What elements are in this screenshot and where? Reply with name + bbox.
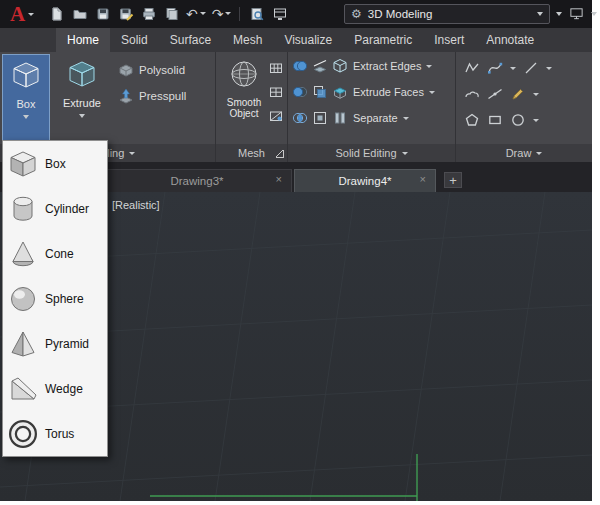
flyout-item-torus[interactable]: Torus bbox=[3, 411, 107, 456]
workspace-caret-icon[interactable] bbox=[537, 12, 543, 16]
extrude-faces-button[interactable]: Extrude Faces bbox=[332, 82, 435, 102]
mesh-panel-title[interactable]: Mesh bbox=[216, 144, 287, 162]
save-icon[interactable] bbox=[94, 5, 111, 22]
extract-edges-caret-icon[interactable] bbox=[426, 65, 432, 68]
draw-panel-title[interactable]: Draw bbox=[456, 144, 592, 162]
circle-icon[interactable] bbox=[510, 112, 526, 128]
extrude-button[interactable]: Extrude bbox=[58, 54, 106, 142]
separate-caret-icon[interactable] bbox=[403, 117, 409, 120]
solid-edit-tools-column bbox=[312, 58, 328, 126]
pencil-icon[interactable] bbox=[510, 86, 526, 102]
polyline-icon[interactable] bbox=[464, 60, 480, 76]
interfere-icon[interactable] bbox=[312, 84, 328, 100]
titlebar-right-controls bbox=[556, 6, 597, 21]
new-file-icon[interactable] bbox=[48, 5, 65, 22]
plot-icon[interactable] bbox=[140, 5, 157, 22]
presspull-button[interactable]: Presspull bbox=[118, 86, 186, 106]
publish-icon[interactable] bbox=[163, 5, 180, 22]
panel-expand-caret-icon bbox=[402, 152, 408, 155]
smooth-object-icon bbox=[229, 59, 259, 89]
torus-3d-icon bbox=[7, 418, 39, 450]
polysolid-label: Polysolid bbox=[139, 64, 185, 76]
smooth-object-label: Smooth Object bbox=[220, 97, 268, 119]
circle-caret-icon[interactable] bbox=[533, 119, 539, 122]
intersect-icon[interactable] bbox=[292, 110, 308, 126]
title-bar: A ↶ bbox=[0, 0, 592, 28]
mesh-refine-icon[interactable] bbox=[268, 108, 284, 124]
pyramid-3d-icon bbox=[7, 328, 39, 360]
tab-home[interactable]: Home bbox=[56, 28, 110, 52]
solid-editing-buttons: Extract Edges Extrude Faces bbox=[332, 56, 435, 128]
tab-mesh[interactable]: Mesh bbox=[222, 28, 273, 52]
monitor-icon[interactable] bbox=[569, 6, 584, 21]
extrude-caret-icon[interactable] bbox=[79, 114, 85, 118]
undo-button[interactable]: ↶ bbox=[186, 7, 206, 21]
tab-surface[interactable]: Surface bbox=[159, 28, 222, 52]
mesh-smooth-more-icon[interactable] bbox=[268, 60, 284, 76]
tab-visualize[interactable]: Visualize bbox=[273, 28, 343, 52]
smooth-object-button[interactable]: Smooth Object bbox=[220, 54, 268, 142]
separate-button[interactable]: Separate bbox=[332, 108, 435, 128]
slice-icon[interactable] bbox=[312, 58, 328, 74]
presspull-icon bbox=[118, 88, 134, 104]
visual-style-control[interactable]: [Realistic] bbox=[112, 199, 160, 211]
polysolid-button[interactable]: Polysolid bbox=[118, 60, 185, 80]
panel-launcher-icon[interactable] bbox=[276, 150, 284, 158]
tab-parametric[interactable]: Parametric bbox=[343, 28, 423, 52]
flyout-item-box[interactable]: Box bbox=[3, 141, 107, 186]
mesh-smooth-less-icon[interactable] bbox=[268, 84, 284, 100]
flyout-item-label: Box bbox=[45, 157, 66, 171]
close-tab-icon[interactable]: × bbox=[420, 174, 426, 185]
flyout-item-wedge[interactable]: Wedge bbox=[3, 366, 107, 411]
solid-editing-panel-title[interactable]: Solid Editing bbox=[288, 144, 455, 162]
redo-caret-icon[interactable] bbox=[225, 12, 231, 15]
flyout-item-sphere[interactable]: Sphere bbox=[3, 276, 107, 321]
ribbon-tab-bar: Home Solid Surface Mesh Visualize Parame… bbox=[0, 28, 592, 52]
document-tab-drawing4[interactable]: Drawing4* × bbox=[294, 169, 436, 192]
flyout-item-cylinder[interactable]: Cylinder bbox=[3, 186, 107, 231]
separate-icon bbox=[332, 110, 348, 126]
undo-caret-icon[interactable] bbox=[200, 12, 206, 15]
open-folder-icon[interactable] bbox=[71, 5, 88, 22]
pencil-caret-icon[interactable] bbox=[533, 93, 539, 96]
toolbar-overflow-caret-icon[interactable] bbox=[556, 12, 562, 16]
document-tab-label: Drawing3* bbox=[170, 175, 223, 187]
spline-icon[interactable] bbox=[487, 60, 503, 76]
spline-caret-icon[interactable] bbox=[510, 67, 516, 70]
subtract-icon[interactable] bbox=[292, 84, 308, 100]
flyout-item-label: Pyramid bbox=[45, 337, 89, 351]
new-drawing-button[interactable]: + bbox=[444, 172, 462, 188]
line-caret-icon[interactable] bbox=[546, 67, 552, 70]
tab-annotate[interactable]: Annotate bbox=[475, 28, 545, 52]
flyout-item-label: Cylinder bbox=[45, 202, 89, 216]
panel-expand-caret-icon bbox=[536, 152, 542, 155]
extrude-faces-caret-icon[interactable] bbox=[429, 91, 435, 94]
separate-label: Separate bbox=[353, 112, 398, 124]
sheet-set-icon[interactable] bbox=[271, 5, 288, 22]
box-flyout-caret-icon[interactable] bbox=[23, 115, 29, 119]
construction-line-icon[interactable] bbox=[487, 86, 503, 102]
polygon-icon[interactable] bbox=[464, 112, 480, 128]
box-split-button[interactable]: Box bbox=[2, 54, 50, 142]
shell-icon[interactable] bbox=[312, 110, 328, 126]
union-icon[interactable] bbox=[292, 58, 308, 74]
gear-icon: ⚙ bbox=[351, 8, 362, 20]
flyout-item-pyramid[interactable]: Pyramid bbox=[3, 321, 107, 366]
flyout-item-cone[interactable]: Cone bbox=[3, 231, 107, 276]
tab-solid[interactable]: Solid bbox=[110, 28, 159, 52]
right-caret-icon[interactable] bbox=[591, 12, 597, 16]
sphere-3d-icon bbox=[7, 283, 39, 315]
save-as-icon[interactable] bbox=[117, 5, 134, 22]
redo-button[interactable]: ↷ bbox=[212, 7, 232, 21]
workspace-switcher[interactable]: ⚙ 3D Modeling bbox=[344, 4, 550, 24]
extract-edges-button[interactable]: Extract Edges bbox=[332, 56, 435, 76]
revision-cloud-icon[interactable] bbox=[464, 86, 480, 102]
document-tab-drawing3[interactable]: Drawing3* × bbox=[102, 169, 292, 192]
tab-insert[interactable]: Insert bbox=[423, 28, 475, 52]
flyout-item-label: Torus bbox=[45, 427, 74, 441]
close-tab-icon[interactable]: × bbox=[276, 174, 282, 185]
plot-preview-icon[interactable] bbox=[248, 5, 265, 22]
line-icon[interactable] bbox=[523, 60, 539, 76]
rectangle-icon[interactable] bbox=[487, 112, 503, 128]
application-menu-button[interactable]: A bbox=[2, 0, 42, 28]
